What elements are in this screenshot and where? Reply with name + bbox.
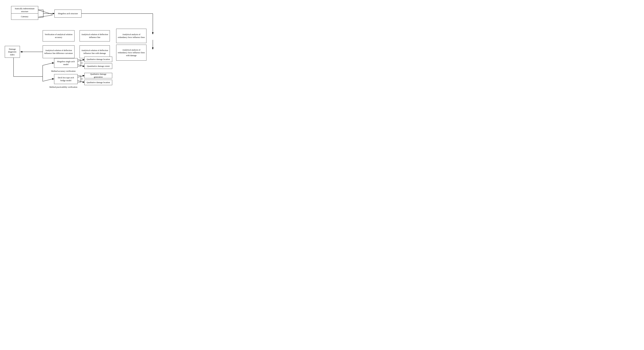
deflection-damage-box: Analytical solution of deflection influe…	[80, 46, 110, 58]
quantitative-extent-box: Quantitative damage extent	[84, 63, 112, 69]
svg-line-22	[43, 63, 52, 65]
svg-line-33	[78, 81, 83, 82]
svg-line-31	[78, 76, 83, 77]
svg-line-28	[78, 65, 83, 66]
statically-indeterminate-box: Statically indeterminate structure	[11, 6, 38, 14]
svg-marker-18	[152, 48, 154, 49]
svg-marker-25	[52, 78, 54, 80]
deflection-il-box: Analytical solution of deflection influe…	[80, 30, 110, 42]
flowchart-diagram: Statically indeterminate structure Caten…	[3, 3, 158, 88]
verification-box: Verification of analytical solution accu…	[43, 30, 74, 42]
svg-marker-6	[152, 32, 154, 34]
qualitative-location-box: Qualitative damage location	[84, 57, 112, 62]
hingeless-single-box: Hingeless single arch model	[54, 58, 78, 68]
svg-line-26	[78, 60, 83, 61]
redundancy-box: Analytical analysis of redundancy force …	[116, 29, 146, 43]
redundancy-damage-box: Analytical analysis of redundancy force …	[116, 45, 146, 61]
hingeless-arch-box: Hingeless arch structure	[54, 10, 82, 18]
svg-marker-3	[53, 13, 54, 14]
svg-line-1	[38, 15, 52, 17]
method-practicability-label: Method practicability verification	[43, 86, 84, 88]
deck-box-model-box: Deck box type arch bridge model	[54, 74, 78, 84]
qualitative-generation-box: Qualitative damage generation	[84, 73, 112, 78]
method-accuracy-label: Method accuracy verification	[43, 70, 84, 72]
catenary-box: Catenary	[11, 13, 38, 20]
deflection-diff-box: Analytical solution of deflection influe…	[43, 46, 74, 58]
svg-line-24	[43, 79, 52, 81]
damage-index-box: Damage diagnostic index	[5, 46, 20, 58]
svg-marker-23	[52, 62, 54, 64]
svg-line-0	[38, 10, 52, 14]
qualitative-location2-box: Qualitative damage location	[84, 80, 112, 85]
svg-marker-16	[20, 51, 22, 53]
